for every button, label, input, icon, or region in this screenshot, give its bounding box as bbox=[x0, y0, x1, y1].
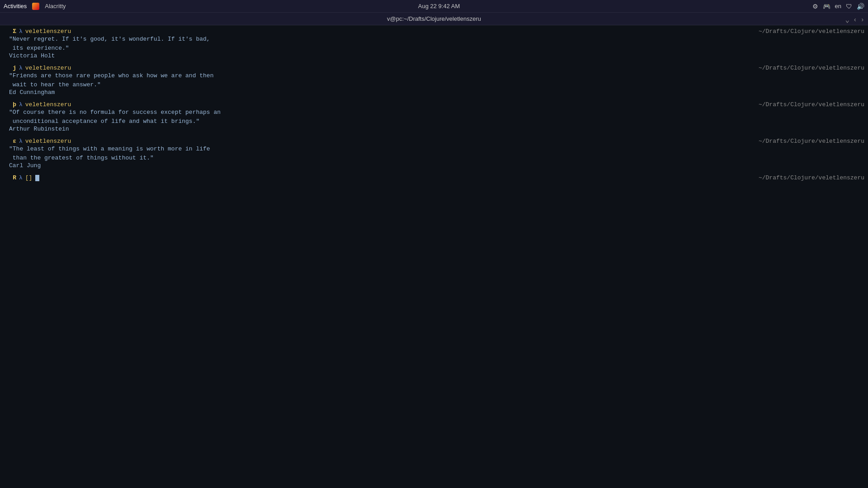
entry-1: Σ λ veletlenszeru ~/Drafts/Clojure/velet… bbox=[0, 28, 868, 59]
next-icon[interactable]: › bbox=[861, 16, 864, 23]
prompt-line-last: R λ [] ~/Drafts/Clojure/veletlenszeru bbox=[0, 174, 868, 181]
settings-icon[interactable]: ⚙ bbox=[812, 3, 818, 10]
prompt-content-2: j λ veletlenszeru bbox=[9, 65, 759, 71]
filename-1: veletlenszeru bbox=[25, 28, 71, 35]
filename-2: veletlenszeru bbox=[25, 65, 71, 71]
lambda-3: λ bbox=[19, 101, 23, 108]
prev-icon[interactable]: ‹ bbox=[853, 16, 857, 23]
path-right-last: ~/Drafts/Clojure/veletlenszeru bbox=[759, 174, 868, 181]
system-bar-datetime: Aug 22 9:42 AM bbox=[418, 3, 460, 9]
activities-label[interactable]: Activities bbox=[4, 3, 27, 9]
brackets-last: [] bbox=[25, 174, 33, 181]
lambda-1: λ bbox=[19, 28, 23, 35]
terminal-titlebar-controls: ⌄ ‹ › bbox=[845, 15, 864, 24]
author-3: Arthur Rubinstein bbox=[0, 126, 868, 132]
path-right-2: ~/Drafts/Clojure/veletlenszeru bbox=[759, 65, 868, 71]
entry-3: þ λ veletlenszeru ~/Drafts/Clojure/velet… bbox=[0, 101, 868, 132]
prompt-letter-1: Σ bbox=[9, 28, 16, 35]
author-4: Carl Jung bbox=[0, 162, 868, 169]
prompt-left-2: j λ veletlenszeru bbox=[0, 65, 759, 71]
terminal-content: Σ λ veletlenszeru ~/Drafts/Clojure/velet… bbox=[0, 25, 868, 488]
author-1: Victoria Holt bbox=[0, 52, 868, 59]
quote-2: "Friends are those rare people who ask h… bbox=[0, 71, 868, 89]
quote-1-line1: "Never regret. If it's good, it's wonder… bbox=[0, 35, 868, 52]
path-right-4: ~/Drafts/Clojure/veletlenszeru bbox=[759, 138, 868, 145]
alacritty-label[interactable]: Alacritty bbox=[45, 3, 66, 9]
terminal-title: v@pc:~/Drafts/Clojure/veletlenszeru bbox=[387, 15, 481, 22]
path-label-1: ~/Drafts/Clojure/veletlenszeru bbox=[759, 28, 864, 35]
prompt-content-3: þ λ veletlenszeru bbox=[9, 101, 759, 108]
system-bar: Activities Alacritty Aug 22 9:42 AM ⚙ 🎮 … bbox=[0, 0, 868, 13]
prompt-left-last: R λ [] bbox=[0, 174, 759, 181]
entry-4: ε λ veletlenszeru ~/Drafts/Clojure/velet… bbox=[0, 138, 868, 169]
prompt-content-last: R λ [] bbox=[9, 174, 759, 181]
prompt-letter-4: ε bbox=[9, 138, 16, 145]
quote-3: "Of course there is no formula for succe… bbox=[0, 108, 868, 126]
system-bar-right: ⚙ 🎮 en 🛡 🔊 bbox=[812, 3, 864, 10]
prompt-line-4: ε λ veletlenszeru ~/Drafts/Clojure/velet… bbox=[0, 138, 868, 145]
prompt-content-4: ε λ veletlenszeru bbox=[9, 138, 759, 145]
path-label-last: ~/Drafts/Clojure/veletlenszeru bbox=[759, 174, 864, 181]
prompt-left-3: þ λ veletlenszeru bbox=[0, 101, 759, 108]
cursor bbox=[35, 175, 39, 181]
lang-label: en bbox=[835, 3, 841, 9]
path-right-1: ~/Drafts/Clojure/veletlenszeru bbox=[759, 28, 868, 35]
prompt-line-3: þ λ veletlenszeru ~/Drafts/Clojure/velet… bbox=[0, 101, 868, 108]
prompt-letter-last: R bbox=[9, 174, 16, 181]
path-label-4: ~/Drafts/Clojure/veletlenszeru bbox=[759, 138, 864, 145]
prompt-content-1: Σ λ veletlenszeru bbox=[9, 28, 759, 35]
terminal-titlebar: v@pc:~/Drafts/Clojure/veletlenszeru ⌄ ‹ … bbox=[0, 13, 868, 25]
quote-4: "The least of things with a meaning is w… bbox=[0, 145, 868, 162]
filename-4: veletlenszeru bbox=[25, 138, 71, 145]
volume-icon[interactable]: 🔊 bbox=[857, 3, 864, 10]
prompt-letter-2: j bbox=[9, 65, 16, 71]
system-bar-left: Activities Alacritty bbox=[4, 3, 66, 10]
lambda-4: λ bbox=[19, 138, 23, 145]
shield-icon: 🛡 bbox=[846, 3, 852, 10]
entry-last: R λ [] ~/Drafts/Clojure/veletlenszeru bbox=[0, 174, 868, 181]
entry-2: j λ veletlenszeru ~/Drafts/Clojure/velet… bbox=[0, 65, 868, 96]
prompt-letter-3: þ bbox=[9, 101, 16, 108]
filename-3: veletlenszeru bbox=[25, 101, 71, 108]
prompt-left-4: ε λ veletlenszeru bbox=[0, 138, 759, 145]
author-2: Ed Cunningham bbox=[0, 89, 868, 96]
prompt-left-1: Σ λ veletlenszeru bbox=[0, 28, 759, 35]
chevron-down-icon[interactable]: ⌄ bbox=[845, 15, 850, 24]
prompt-line-2: j λ veletlenszeru ~/Drafts/Clojure/velet… bbox=[0, 65, 868, 71]
path-label-2: ~/Drafts/Clojure/veletlenszeru bbox=[759, 65, 864, 71]
prompt-line-1: Σ λ veletlenszeru ~/Drafts/Clojure/velet… bbox=[0, 28, 868, 35]
lambda-2: λ bbox=[19, 65, 23, 71]
path-right-3: ~/Drafts/Clojure/veletlenszeru bbox=[759, 101, 868, 108]
path-label-3: ~/Drafts/Clojure/veletlenszeru bbox=[759, 101, 864, 108]
lambda-last: λ bbox=[19, 174, 23, 181]
alacritty-icon[interactable] bbox=[32, 3, 39, 10]
discord-icon[interactable]: 🎮 bbox=[823, 3, 830, 10]
